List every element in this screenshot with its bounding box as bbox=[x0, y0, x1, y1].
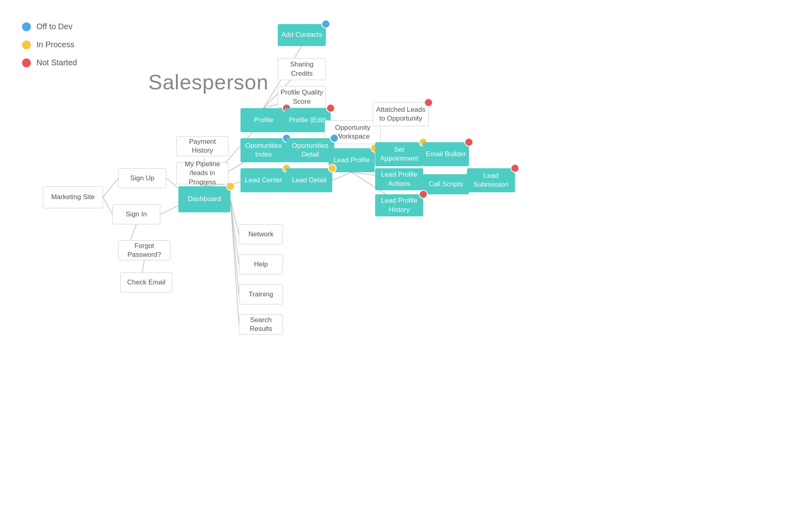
connector-lines bbox=[0, 0, 812, 524]
legend-label-off-to-dev: Off to Dev bbox=[36, 22, 73, 31]
opps-index-node[interactable]: Oportunities Index bbox=[240, 138, 287, 162]
email-builder-node[interactable]: Email Builder bbox=[423, 142, 469, 166]
canvas: Off to Dev In Process Not Started Salesp… bbox=[0, 0, 812, 524]
opps_detail-status-dot bbox=[330, 134, 339, 143]
svg-line-8 bbox=[230, 199, 239, 234]
profile-edit-node[interactable]: Profile (Edit) bbox=[285, 108, 331, 132]
lead-center-node[interactable]: Lead Center bbox=[240, 168, 287, 192]
add_contacts-status-dot bbox=[321, 20, 330, 28]
training-node[interactable]: Training bbox=[239, 284, 283, 304]
legend-label-in-process: In Process bbox=[36, 40, 74, 49]
add-contacts-node[interactable]: Add Contacts bbox=[278, 24, 326, 46]
profile_edit-status-dot bbox=[326, 104, 335, 113]
svg-line-3 bbox=[142, 260, 144, 272]
lead-detail-node[interactable]: Lead Detail bbox=[286, 168, 332, 192]
svg-line-0 bbox=[103, 178, 118, 197]
payment-history-node[interactable]: Payment History bbox=[176, 136, 228, 156]
help-node[interactable]: Help bbox=[239, 254, 283, 274]
marketing-site-node[interactable]: Marketing Site bbox=[43, 186, 103, 208]
attached-leads-node[interactable]: Attatched Leads to Opportunity bbox=[373, 102, 429, 126]
lead-profile-history-node[interactable]: Lead Profile History bbox=[375, 194, 423, 216]
not-started-dot bbox=[22, 58, 31, 67]
sharing-credits-node[interactable]: Sharing Credits bbox=[278, 58, 326, 80]
legend: Off to Dev In Process Not Started bbox=[22, 22, 77, 76]
lead_profile_history-status-dot bbox=[419, 190, 428, 199]
svg-line-10 bbox=[230, 199, 239, 294]
svg-line-1 bbox=[103, 197, 112, 214]
lead-submission-node[interactable]: Lead Submission bbox=[467, 168, 515, 192]
page-title: Salesperson bbox=[148, 70, 269, 94]
svg-line-9 bbox=[230, 199, 239, 264]
svg-line-30 bbox=[332, 172, 351, 180]
in-process-dot bbox=[22, 40, 31, 49]
set-appointment-node[interactable]: Set Appointment bbox=[375, 142, 423, 166]
off-to-dev-dot bbox=[22, 22, 31, 31]
legend-item-off-to-dev: Off to Dev bbox=[22, 22, 77, 31]
opps-detail-node[interactable]: Oportunities Detail bbox=[286, 138, 334, 162]
legend-item-in-process: In Process bbox=[22, 40, 77, 49]
svg-line-2 bbox=[130, 224, 136, 240]
profile-node[interactable]: Profile bbox=[240, 108, 287, 132]
network-node[interactable]: Network bbox=[239, 224, 283, 244]
lead_detail-status-dot bbox=[328, 164, 337, 173]
sign-in-node[interactable]: Sign In bbox=[112, 204, 160, 224]
attached_leads-status-dot bbox=[424, 98, 433, 107]
check-email-node[interactable]: Check Email bbox=[120, 272, 172, 292]
legend-item-not-started: Not Started bbox=[22, 58, 77, 67]
email_builder-status-dot bbox=[465, 138, 473, 147]
forgot-password-node[interactable]: Forgot Password? bbox=[118, 240, 170, 260]
sign-up-node[interactable]: Sign Up bbox=[118, 168, 166, 188]
svg-line-11 bbox=[230, 199, 239, 324]
search-results-node[interactable]: Search Results bbox=[239, 314, 283, 335]
dashboard-node[interactable]: Dashboard bbox=[178, 186, 230, 212]
call-scripts-node[interactable]: Call Scripts bbox=[423, 174, 469, 194]
lead_submission-status-dot bbox=[511, 164, 519, 173]
lead-profile-actions-node[interactable]: Lead Profile Actions bbox=[375, 168, 423, 190]
my-pipeline-node[interactable]: My Pipeline /leads in Progress bbox=[176, 162, 228, 184]
legend-label-not-started: Not Started bbox=[36, 58, 77, 67]
